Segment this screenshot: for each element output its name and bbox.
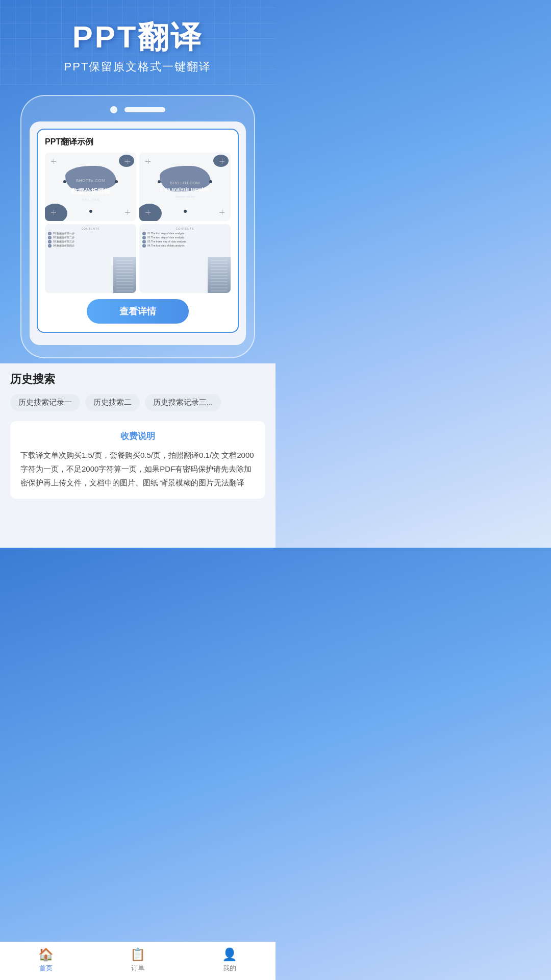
slide3-items: ✓01.数据分析第一步✓02.数据分析第二步✓03.数据分析第三步✓04.数据分… (48, 231, 133, 248)
list-item: ✓02.The two step of data analysis (142, 235, 228, 239)
phone-wrapper: PPT翻译示例 (0, 85, 276, 363)
slide-en-contents: CONTENTS ✓01.The first step of data anal… (139, 224, 231, 292)
check-icon: ✓ (48, 236, 52, 239)
check-icon: ✓ (142, 236, 146, 239)
app-subtitle: PPT保留原文格式一键翻译 (10, 59, 265, 75)
demo-card: PPT翻译示例 (37, 129, 239, 333)
slide-cn-title: 数据分析模板 (71, 187, 111, 196)
history-tags: 历史搜索记录一历史搜索二历史搜索记录三... (10, 394, 265, 411)
check-icon: ✓ (48, 232, 52, 235)
pricing-title: 收费说明 (20, 430, 255, 442)
slide4-items: ✓01.The first step of data analysis✓02.T… (142, 231, 228, 248)
phone-screen: PPT翻译示例 (30, 121, 246, 345)
check-icon: ✓ (142, 232, 146, 235)
check-icon: ✓ (142, 244, 146, 248)
history-title: 历史搜索 (10, 372, 265, 387)
check-icon: ✓ (48, 240, 52, 243)
list-item: ✓01.The first step of data analysis (142, 231, 228, 235)
check-icon: ✓ (142, 240, 146, 243)
slide-en-title: Data analysis template (160, 186, 210, 193)
list-item: ✓02.数据分析第二步 (48, 235, 133, 239)
pricing-card: 收费说明 下载译文单次购买1.5/页，套餐购买0.5/页，拍照翻译0.1/次 文… (10, 421, 265, 499)
slide-cn-subtitle: 主讲人：小慕慕 (71, 198, 111, 201)
list-item: ✓01.数据分析第一步 (48, 231, 133, 235)
building-graphic (113, 257, 136, 293)
history-tag[interactable]: 历史搜索二 (85, 394, 140, 411)
list-item: ✓04.数据分析第四步 (48, 243, 133, 248)
slide-cn-contents: CONTENTS ✓01.数据分析第一步✓02.数据分析第二步✓03.数据分析第… (45, 224, 136, 292)
app-title: PPT翻译 (10, 20, 265, 54)
list-item: ✓04.The four step of data analysis (142, 243, 228, 248)
check-icon: ✓ (48, 244, 52, 248)
list-item: ✓03.The three step of data analysis (142, 239, 228, 243)
slides-grid: BHOTTu.COM 数据分析模板 主讲人：小慕慕 (45, 153, 231, 293)
contents-header-en: CONTENTS (142, 227, 228, 230)
main-content: 历史搜索 历史搜索记录一历史搜索二历史搜索记录三... 收费说明 下载译文单次购… (0, 363, 276, 548)
history-tag[interactable]: 历史搜索记录一 (10, 394, 80, 411)
view-details-button[interactable]: 查看详情 (87, 299, 189, 324)
history-tag[interactable]: 历史搜索记录三... (145, 394, 221, 411)
header: PPT翻译 PPT保留原文格式一键翻译 (0, 0, 276, 85)
demo-card-title: PPT翻译示例 (45, 137, 231, 148)
phone-camera (110, 106, 117, 113)
phone-notch (30, 106, 246, 113)
slide-english: BHOTTU.COM Data analysis template Speake… (139, 153, 231, 221)
phone-speaker (124, 107, 165, 112)
pricing-text: 下载译文单次购买1.5/页，套餐购买0.5/页，拍照翻译0.1/次 文档2000… (20, 448, 255, 489)
building-graphic-2 (208, 257, 231, 293)
list-item: ✓03.数据分析第三步 (48, 239, 133, 243)
slide-en-subtitle: Speaker: xiaOmu (160, 195, 210, 198)
phone-frame: PPT翻译示例 (20, 95, 255, 358)
slide-chinese: BHOTTu.COM 数据分析模板 主讲人：小慕慕 (45, 153, 136, 221)
contents-header-cn: CONTENTS (48, 227, 133, 230)
